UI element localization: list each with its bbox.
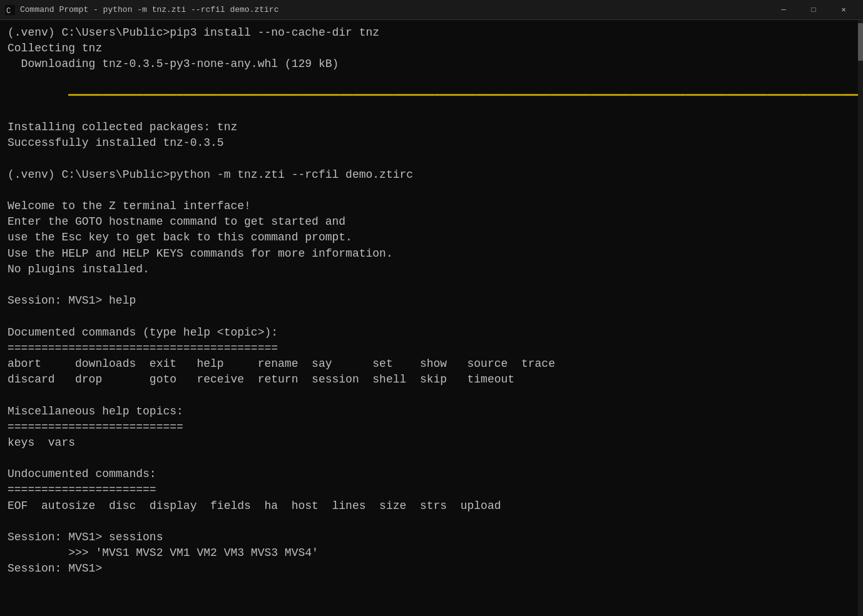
progress-bar: ━━━━━━━━━━━━━━━━━━━━━━━━━━━━━━━━━━━━━━━━… <box>34 90 863 102</box>
terminal-line: Documented commands (type help <topic>): <box>8 325 855 341</box>
terminal-line: Session: MVS1> sessions <box>8 530 855 545</box>
terminal-line: ======================================== <box>8 341 855 356</box>
terminal-line: Use the HELP and HELP KEYS commands for … <box>8 246 855 262</box>
empty-line <box>8 514 855 530</box>
terminal-line: Session: MVS1> help <box>8 293 855 309</box>
window-title: Command Prompt - python -m tnz.zti --rcf… <box>20 5 769 14</box>
svg-text:C: C <box>6 7 11 15</box>
terminal-prompt[interactable]: Session: MVS1> <box>8 561 855 577</box>
terminal-line: abort downloads exit help rename say set… <box>8 356 855 372</box>
terminal-line: Welcome to the Z terminal interface! <box>8 198 855 214</box>
terminal-line: Collecting tnz <box>8 41 855 56</box>
title-bar: C Command Prompt - python -m tnz.zti --r… <box>0 0 863 20</box>
terminal-line: Enter the GOTO hostname command to get s… <box>8 214 855 230</box>
terminal-line: Downloading tnz-0.3.5-py3-none-any.whl (… <box>8 56 855 72</box>
terminal-line: (.venv) C:\Users\Public>pip3 install --n… <box>8 25 855 41</box>
terminal-line: Miscellaneous help topics: <box>8 404 855 419</box>
app-icon: C <box>5 5 15 15</box>
empty-line <box>8 451 855 466</box>
terminal-line: Successfully installed tnz-0.3.5 <box>8 135 855 151</box>
terminal-line: ====================== <box>8 482 855 498</box>
terminal-line: >>> 'MVS1 MVS2 VM1 VM2 VM3 MVS3 MVS4' <box>8 545 855 561</box>
terminal-window: (.venv) C:\Users\Public>pip3 install --n… <box>0 20 863 616</box>
terminal-line: keys vars <box>8 435 855 451</box>
progress-line: ━━━━━━━━━━━━━━━━━━━━━━━━━━━━━━━━━━━━━━━━… <box>8 73 855 120</box>
close-button[interactable]: ✕ <box>829 0 858 20</box>
minimize-button[interactable]: ─ <box>769 0 798 20</box>
empty-line <box>8 388 855 403</box>
terminal-line: Installing collected packages: tnz <box>8 120 855 135</box>
terminal-line: No plugins installed. <box>8 262 855 277</box>
maximize-button[interactable]: □ <box>799 0 828 20</box>
empty-line <box>8 277 855 293</box>
terminal-line: use the Esc key to get back to this comm… <box>8 230 855 245</box>
terminal-line: (.venv) C:\Users\Public>python -m tnz.zt… <box>8 167 855 183</box>
terminal-line: EOF autosize disc display fields ha host… <box>8 498 855 514</box>
window-controls[interactable]: ─ □ ✕ <box>769 0 858 20</box>
terminal-line: ========================== <box>8 419 855 435</box>
empty-line <box>8 309 855 324</box>
empty-line <box>8 183 855 198</box>
scrollbar[interactable] <box>858 20 863 616</box>
scrollbar-thumb[interactable] <box>858 23 863 61</box>
terminal-line: Undocumented commands: <box>8 466 855 482</box>
empty-line <box>8 151 855 167</box>
terminal-line: discard drop goto receive return session… <box>8 372 855 388</box>
